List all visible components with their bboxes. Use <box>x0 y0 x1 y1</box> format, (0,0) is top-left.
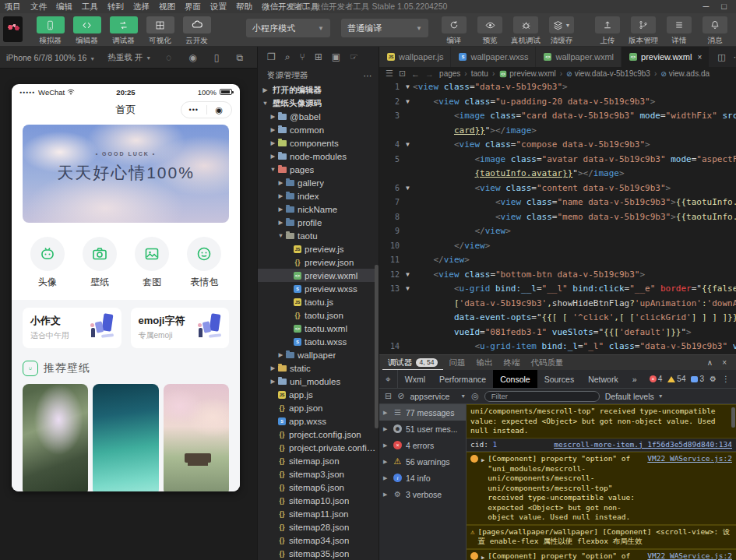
layout-icon[interactable]: ⊞ <box>315 51 322 62</box>
devtools-tab-Sources[interactable]: Sources <box>537 370 582 388</box>
menu-视图[interactable]: 视图 <box>154 0 180 13</box>
feature-card[interactable]: 小作文适合中午用 <box>23 308 121 348</box>
console-filter-error[interactable]: ▶×4 errors <box>379 437 466 453</box>
tree-item[interactable]: ▶打开的编辑器 <box>258 83 379 97</box>
tree-item[interactable]: {}preview.json <box>258 255 379 269</box>
tree-item[interactable]: ▶uni_modules <box>258 375 379 388</box>
sim-windows-icon[interactable]: ⧉ <box>236 52 243 63</box>
quick-entry-q-camera[interactable]: 壁纸 <box>83 237 117 289</box>
menu-转到[interactable]: 转到 <box>103 0 129 13</box>
action-button-eye[interactable]: 预览 <box>472 16 508 46</box>
console-filter-verbose[interactable]: ▶⚙3 verbose <box>379 486 466 502</box>
tab-wallpaper.wxml[interactable]: <>wallpaper.wxml <box>536 47 622 67</box>
gear-icon[interactable]: ⚙ <box>710 375 717 383</box>
tree-item[interactable]: ▼壁纸头像源码 <box>258 97 379 110</box>
back-arrow-icon[interactable]: ← <box>411 69 420 79</box>
close-icon[interactable]: × <box>697 53 702 62</box>
tab-输出[interactable]: 输出 <box>470 355 498 370</box>
tree-item[interactable]: ▶profile <box>258 216 379 229</box>
console-filter-info[interactable]: ▶i14 info <box>379 470 466 486</box>
tree-item[interactable]: ▼taotu <box>258 229 379 242</box>
action-button-bug[interactable]: 真机调试 <box>508 16 544 46</box>
console-filter-user[interactable]: ▶☻51 user mes... <box>379 421 466 437</box>
git-icon[interactable]: ⑂ <box>300 51 305 62</box>
toolbar-button-云开发[interactable]: 云开发 <box>178 16 215 46</box>
action-button-branch[interactable]: 版本管理 <box>625 16 661 46</box>
tab-问题[interactable]: 问题 <box>443 355 470 370</box>
toolbar-button-可视化[interactable]: 可视化 <box>142 16 178 46</box>
code-area[interactable]: 1▼<view class="data-v-5b19c9b3">2▼ <view… <box>379 80 736 354</box>
menu-工具[interactable]: 工具 <box>77 0 103 13</box>
tree-item[interactable]: {}sitemap11.json <box>258 507 379 520</box>
fold-icon[interactable]: ▼ <box>403 181 413 196</box>
tab-wallpaper.js[interactable]: JSwallpaper.js <box>379 47 451 67</box>
tree-item[interactable]: {}sitemap10.json <box>258 494 379 507</box>
more-actions-icon[interactable]: ⋯ <box>364 71 373 80</box>
files-icon[interactable]: ❐ <box>267 51 276 62</box>
pointer-icon[interactable]: ☞ <box>350 51 358 62</box>
forward-arrow-icon[interactable]: → <box>425 69 434 79</box>
console-message[interactable]: uni/components/mescroll-top" received ty… <box>467 404 736 438</box>
menu-编辑[interactable]: 编辑 <box>51 0 77 13</box>
breadcrumb-item[interactable]: ⊘view.ads.da <box>660 69 710 78</box>
sim-rotate-icon[interactable]: ◌ <box>166 52 171 63</box>
devtools-tab-Performance[interactable]: Performance <box>432 370 493 388</box>
tree-item[interactable]: Spreview.wxss <box>258 282 379 295</box>
action-button-upload[interactable]: 上传 <box>590 16 625 46</box>
breadcrumb-item[interactable]: pages <box>439 69 460 78</box>
fold-icon[interactable]: ▼ <box>403 80 413 95</box>
banner-image[interactable]: • GOOD LUCK • 天天好心情100% <box>23 125 229 223</box>
eye-icon[interactable]: ◎ <box>471 391 479 401</box>
tab-debugger[interactable]: 调试器4, 54 <box>382 355 443 370</box>
tree-item[interactable]: ▶nickName <box>258 203 379 216</box>
action-button-bell[interactable]: 消息 <box>697 16 733 46</box>
sim-record-icon[interactable]: ◉ <box>188 52 196 63</box>
fold-icon[interactable]: ▼ <box>403 268 413 283</box>
menu-项目[interactable]: 项目 <box>0 0 26 13</box>
tree-item[interactable]: <>taotu.wxml <box>258 322 379 335</box>
tree-item[interactable]: Sapp.wxss <box>258 414 379 428</box>
device-selector[interactable]: iPhone 6/7/8 100% 16▼ <box>6 53 95 62</box>
tree-item[interactable]: JSpreview.js <box>258 242 379 255</box>
search-icon[interactable]: ⌕ <box>285 51 291 62</box>
bookmark-icon[interactable]: ⊡ <box>399 69 406 79</box>
sidebar-scrollbar[interactable] <box>375 265 379 428</box>
action-button-list[interactable]: 详情 <box>661 16 697 46</box>
source-link[interactable]: VM22 WAService.js:2 <box>639 551 732 560</box>
toolbar-button-模拟器[interactable]: 模拟器 <box>32 16 69 46</box>
tree-item[interactable]: ▶common <box>258 123 379 136</box>
tree-item[interactable]: {}taotu.json <box>258 308 379 322</box>
console-filter-warning[interactable]: ▶⚠56 warnings <box>379 453 466 470</box>
menu-选择[interactable]: 选择 <box>129 0 154 13</box>
tab-代码质量[interactable]: 代码质量 <box>525 355 569 370</box>
source-link[interactable]: VM22 WAService.js:2 <box>639 454 732 464</box>
quick-entry-q-avatar[interactable]: 头像 <box>30 237 65 289</box>
tree-item[interactable]: {}sitemap35.json <box>258 547 379 560</box>
tree-item[interactable]: ▼pages <box>258 163 379 176</box>
tree-item[interactable]: ▶node-modules <box>258 150 379 163</box>
console-message[interactable]: ▶[Component] property "option" of "uni_m… <box>467 452 736 525</box>
hot-reload-toggle[interactable]: 热重载 开▼ <box>107 52 151 63</box>
messages-scrollbar[interactable] <box>731 407 735 428</box>
source-link[interactable]: mescroll-more-item.j_1f56d3e5d89d840:134 <box>546 440 732 450</box>
package-icon[interactable]: ▣ <box>332 51 340 62</box>
split-editor-icon[interactable]: ◫ <box>717 52 725 62</box>
devtools-tab-Wxml[interactable]: Wxml <box>398 370 432 388</box>
devtools-tab-Console[interactable]: Console <box>493 370 537 388</box>
tree-item[interactable]: ▶index <box>258 189 379 203</box>
tree-item[interactable]: <>preview.wxml <box>258 269 379 282</box>
fold-icon[interactable]: ▼ <box>403 282 413 297</box>
tab-wallpaper.wxss[interactable]: Swallpaper.wxss <box>451 47 536 67</box>
tree-item[interactable]: ▶components <box>258 136 379 150</box>
action-button-refresh[interactable]: 编译 <box>436 16 472 46</box>
tab-overflow-icon[interactable]: » <box>625 370 644 388</box>
tree-item[interactable]: {}app.json <box>258 401 379 414</box>
breadcrumb-item[interactable]: taotu <box>471 69 488 78</box>
tree-item[interactable]: JSapp.js <box>258 388 379 401</box>
compile-mode-select[interactable]: 普通编译▼ <box>341 19 428 37</box>
quick-entry-q-emoji[interactable]: 表情包 <box>187 237 221 289</box>
wallpaper-thumb-ocean[interactable] <box>93 384 158 491</box>
wallpaper-thumb-forest[interactable] <box>23 384 88 491</box>
tab-终端[interactable]: 终端 <box>498 355 525 370</box>
exit-button[interactable]: ◉ <box>207 105 232 115</box>
